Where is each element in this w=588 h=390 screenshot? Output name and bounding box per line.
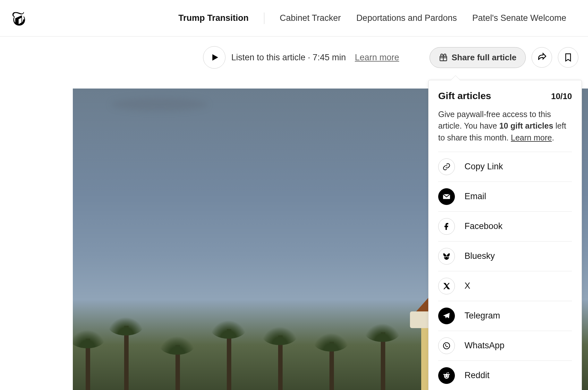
share-label: X — [464, 281, 470, 291]
share-label: Facebook — [464, 221, 503, 231]
nav-item-1[interactable]: Deportations and Pardons — [356, 13, 457, 23]
x-icon — [438, 278, 455, 294]
share-email[interactable]: Email — [438, 182, 572, 211]
svg-point-4 — [445, 375, 446, 376]
nyt-logo-icon[interactable] — [10, 9, 28, 27]
share-telegram[interactable]: Telegram — [438, 301, 572, 331]
share-label: Email — [464, 191, 486, 201]
gift-learn-more-link[interactable]: Learn more — [511, 133, 552, 142]
share-arrow-button[interactable] — [532, 47, 552, 68]
share-label: Bluesky — [464, 251, 495, 261]
svg-point-6 — [448, 374, 449, 375]
bookmark-icon — [563, 53, 573, 62]
gift-articles-popover: Gift articles 10/10 Give paywall-free ac… — [428, 80, 582, 390]
share-label: WhatsApp — [464, 341, 505, 351]
whatsapp-icon — [438, 337, 455, 354]
svg-point-7 — [443, 374, 445, 375]
bluesky-icon — [438, 248, 455, 265]
article-action-row: Listen to this article · 7:45 min Learn … — [0, 37, 588, 78]
nav-main-topic[interactable]: Trump Transition — [178, 13, 249, 23]
nav-item-0[interactable]: Cabinet Tracker — [280, 13, 341, 23]
bookmark-button[interactable] — [558, 47, 578, 68]
popover-header: Gift articles 10/10 — [438, 90, 572, 101]
share-arrow-icon — [537, 53, 547, 62]
popover-description: Give paywall-free access to this article… — [438, 108, 572, 143]
share-label: Reddit — [464, 370, 490, 380]
svg-point-3 — [444, 374, 449, 378]
share-x[interactable]: X — [438, 271, 572, 301]
share-reddit[interactable]: Reddit — [438, 360, 572, 390]
nav-links: Trump Transition Cabinet Tracker Deporta… — [178, 13, 566, 24]
facebook-icon — [438, 218, 455, 235]
link-icon — [438, 158, 455, 175]
share-copy-link[interactable]: Copy Link — [438, 152, 572, 182]
share-facebook[interactable]: Facebook — [438, 211, 572, 241]
svg-point-2 — [443, 343, 450, 349]
top-nav: Trump Transition Cabinet Tracker Deporta… — [0, 0, 588, 37]
nav-divider — [264, 13, 264, 24]
share-label: Telegram — [464, 311, 500, 321]
listen-learn-more-link[interactable]: Learn more — [355, 53, 399, 63]
listen-label: Listen to this article · 7:45 min — [231, 53, 346, 63]
telegram-icon — [438, 308, 455, 324]
email-icon — [438, 188, 455, 205]
share-label: Copy Link — [464, 162, 503, 172]
nav-item-2[interactable]: Patel's Senate Welcome — [472, 13, 566, 23]
share-full-article-button[interactable]: Share full article — [430, 47, 526, 68]
popover-title: Gift articles — [438, 90, 491, 101]
gift-icon — [439, 53, 448, 62]
play-audio-button[interactable] — [203, 46, 226, 69]
share-full-article-label: Share full article — [452, 53, 516, 63]
share-bluesky[interactable]: Bluesky — [438, 241, 572, 271]
share-options-list: Copy Link Email Facebook Bluesky X Teleg… — [438, 152, 572, 390]
share-whatsapp[interactable]: WhatsApp — [438, 331, 572, 360]
svg-point-5 — [447, 375, 448, 376]
play-icon — [211, 54, 219, 61]
popover-count: 10/10 — [551, 91, 572, 101]
action-right-group: Share full article — [430, 47, 578, 68]
svg-point-8 — [448, 372, 449, 373]
reddit-icon — [438, 367, 455, 384]
